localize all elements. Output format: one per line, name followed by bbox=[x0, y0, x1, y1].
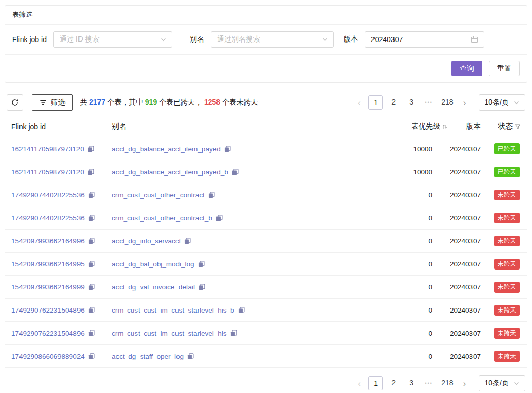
version-input[interactable] bbox=[371, 35, 471, 44]
flink-job-id-link[interactable]: 1621411705987973120 bbox=[11, 145, 84, 153]
alias-link[interactable]: acct_dg_bal_obj_modi_log bbox=[112, 260, 194, 268]
column-header-alias: 别名 bbox=[112, 122, 358, 131]
version-date-picker[interactable] bbox=[365, 31, 484, 48]
priority-value: 0 bbox=[428, 191, 432, 199]
page-button-3[interactable]: 3 bbox=[404, 95, 419, 110]
sort-icon[interactable] bbox=[442, 123, 448, 130]
status-badge: 未跨天 bbox=[494, 213, 520, 223]
copy-icon[interactable] bbox=[88, 238, 95, 244]
chevron-right-icon[interactable]: › bbox=[459, 98, 470, 107]
copy-icon[interactable] bbox=[88, 307, 95, 314]
alias-link[interactable]: crm_cust_cust_im_cust_starlevel_his_b bbox=[112, 306, 234, 314]
alias-field: 别名 通过别名搜索 bbox=[190, 31, 334, 48]
copy-icon[interactable] bbox=[230, 330, 237, 337]
copy-icon[interactable] bbox=[88, 169, 94, 175]
priority-value: 10000 bbox=[413, 145, 432, 153]
summary-text: 个表未跨天 bbox=[220, 98, 258, 106]
flink-job-id-link[interactable]: 1621411705987973120 bbox=[11, 168, 84, 176]
status-badge: 已跨天 bbox=[494, 143, 520, 154]
copy-icon[interactable] bbox=[187, 353, 194, 360]
flink-job-id-link[interactable]: 1749290866069889024 bbox=[11, 353, 85, 360]
table-body: 1621411705987973120 acct_dg_balance_acct… bbox=[5, 137, 527, 368]
page-button-1[interactable]: 1 bbox=[368, 95, 383, 110]
alias-link[interactable]: acct_dg_info_servacct bbox=[112, 237, 181, 245]
search-button[interactable]: 查询 bbox=[451, 61, 482, 76]
flink-job-id-link[interactable]: 1749290762231504896 bbox=[11, 306, 85, 314]
flink-job-id-label: Flink job id bbox=[12, 35, 47, 44]
flink-job-id-select[interactable]: 通过 ID 搜索 bbox=[53, 31, 172, 48]
copy-icon[interactable] bbox=[88, 330, 95, 337]
column-header-flink-job-id: Flink job id bbox=[11, 122, 112, 131]
chevron-left-icon[interactable]: ‹ bbox=[353, 98, 365, 107]
chevron-left-icon[interactable]: ‹ bbox=[353, 379, 365, 388]
page-size-select[interactable]: 10条/页 bbox=[479, 375, 525, 391]
flink-job-id-link[interactable]: 1542097993662164995 bbox=[11, 260, 85, 268]
priority-value: 0 bbox=[428, 237, 432, 245]
alias-link[interactable]: crm_cust_cust_other_contract_b bbox=[112, 214, 212, 222]
filter-toggle-button[interactable]: 筛选 bbox=[32, 94, 73, 111]
copy-icon[interactable] bbox=[199, 284, 205, 291]
page-button-1[interactable]: 1 bbox=[368, 376, 383, 390]
page-size-select[interactable]: 10条/页 bbox=[479, 94, 525, 111]
flink-job-id-link[interactable]: 1542097993662164996 bbox=[11, 237, 85, 245]
version-value: 20240307 bbox=[450, 191, 481, 199]
reset-button[interactable]: 重置 bbox=[489, 61, 520, 76]
status-header-label: 状态 bbox=[498, 122, 513, 131]
copy-icon[interactable] bbox=[224, 146, 231, 152]
refresh-button[interactable] bbox=[7, 94, 23, 111]
column-header-priority: 表优先级 bbox=[358, 122, 448, 131]
copy-icon[interactable] bbox=[88, 284, 95, 291]
copy-icon[interactable] bbox=[198, 261, 205, 267]
page-ellipsis[interactable]: ••• bbox=[422, 381, 436, 386]
flink-job-id-link[interactable]: 1749290762231504896 bbox=[11, 329, 85, 337]
version-value: 20240307 bbox=[450, 145, 481, 153]
alias-link[interactable]: acct_dg_balance_acct_item_payed_b bbox=[112, 168, 228, 176]
funnel-icon[interactable] bbox=[515, 123, 521, 130]
pagination-top: ‹ 1 2 3 ••• 218 › 10条/页 bbox=[353, 94, 525, 111]
alias-link[interactable]: acct_dg_balance_acct_item_payed bbox=[112, 145, 221, 153]
alias-label: 别名 bbox=[190, 35, 204, 44]
table-row: 1542097993662164999 acct_dg_vat_invoice_… bbox=[5, 276, 527, 299]
version-label: 版本 bbox=[344, 35, 358, 44]
page-button-3[interactable]: 3 bbox=[404, 376, 419, 390]
alias-link[interactable]: crm_cust_cust_im_cust_starlevel_his bbox=[112, 329, 227, 337]
chevron-right-icon[interactable]: › bbox=[459, 379, 470, 388]
crossed-count: 919 bbox=[145, 98, 157, 106]
page-button-last[interactable]: 218 bbox=[439, 95, 455, 110]
pagination-bottom: ‹ 1 2 3 ••• 218 › 10条/页 bbox=[7, 375, 525, 393]
alias-link[interactable]: crm_cust_cust_other_contract bbox=[112, 191, 205, 199]
flink-job-id-link[interactable]: 1542097993662164999 bbox=[11, 283, 85, 291]
status-badge: 未跨天 bbox=[494, 236, 520, 246]
copy-icon[interactable] bbox=[208, 192, 215, 198]
page: 表筛选 Flink job id 通过 ID 搜索 别名 通过别名搜索 bbox=[0, 0, 532, 393]
copy-icon[interactable] bbox=[88, 215, 95, 221]
page-button-2[interactable]: 2 bbox=[386, 376, 401, 390]
page-button-last[interactable]: 218 bbox=[439, 376, 455, 390]
summary-text: 共 bbox=[80, 98, 89, 106]
table-row: 1621411705987973120 acct_dg_balance_acct… bbox=[5, 137, 527, 160]
copy-icon[interactable] bbox=[232, 169, 239, 175]
copy-icon[interactable] bbox=[88, 353, 95, 360]
table-header-row: Flink job id 别名 表优先级 版本 状态 bbox=[5, 116, 527, 137]
summary-text: 个表已跨天， bbox=[157, 98, 204, 106]
version-value: 20240307 bbox=[450, 214, 481, 222]
flink-job-id-link[interactable]: 1749290744028225536 bbox=[11, 214, 85, 222]
alias-link[interactable]: acct_dg_staff_oper_log bbox=[112, 353, 184, 360]
filter-actions-row: 查询 重置 bbox=[5, 55, 527, 82]
page-button-2[interactable]: 2 bbox=[386, 95, 401, 110]
copy-icon[interactable] bbox=[238, 307, 245, 314]
status-badge: 未跨天 bbox=[494, 190, 520, 200]
copy-icon[interactable] bbox=[184, 238, 191, 244]
version-value: 20240307 bbox=[450, 353, 481, 360]
copy-icon[interactable] bbox=[88, 261, 95, 267]
column-header-version: 版本 bbox=[448, 122, 481, 131]
copy-icon[interactable] bbox=[88, 192, 95, 198]
copy-icon[interactable] bbox=[216, 215, 223, 221]
alias-link[interactable]: acct_dg_vat_invoice_detail bbox=[112, 283, 195, 291]
total-count: 2177 bbox=[89, 98, 105, 106]
flink-job-id-link[interactable]: 1749290744028225536 bbox=[11, 191, 85, 199]
copy-icon[interactable] bbox=[88, 146, 94, 152]
version-value: 20240307 bbox=[450, 329, 481, 337]
alias-select[interactable]: 通过别名搜索 bbox=[211, 31, 334, 48]
page-ellipsis[interactable]: ••• bbox=[422, 100, 436, 105]
